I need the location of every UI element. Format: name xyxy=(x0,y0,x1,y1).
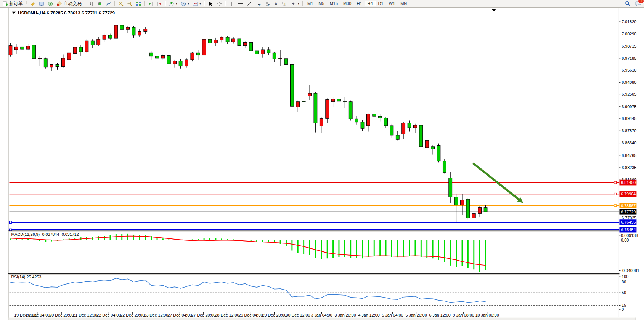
periods-icon xyxy=(181,1,186,6)
candle-body xyxy=(267,50,270,53)
price-tag-text: 6.76496 xyxy=(621,220,636,225)
search-button[interactable] xyxy=(623,0,632,7)
resistance-line-2-handle[interactable] xyxy=(614,193,617,195)
time-axis-label: 9 Jan 08:00 xyxy=(453,313,474,317)
candle-body xyxy=(173,61,177,64)
candle-body xyxy=(120,25,124,29)
crosshair-button[interactable] xyxy=(215,0,223,7)
tab-timeframe-m30[interactable]: M30 xyxy=(340,1,354,6)
indicators-button[interactable]: ▾ xyxy=(167,0,179,7)
candle-body xyxy=(179,61,182,66)
new-order-button[interactable]: 新订单 xyxy=(1,0,24,7)
candle-body xyxy=(249,42,253,51)
candle-body xyxy=(373,114,376,116)
tab-timeframe-m1[interactable]: M1 xyxy=(305,1,316,6)
support-line-blue-1-handle[interactable] xyxy=(10,221,12,224)
announcement-icon xyxy=(30,1,35,6)
tile-windows-button[interactable] xyxy=(134,0,143,7)
templates-button[interactable]: ▾ xyxy=(191,0,202,7)
price-axis-label: 6.92505 xyxy=(622,92,636,96)
candle-body xyxy=(56,64,59,66)
periods-button[interactable]: ▾ xyxy=(179,0,191,7)
candle-body xyxy=(214,40,217,43)
navigator-button[interactable] xyxy=(46,0,55,7)
candle-body xyxy=(109,35,112,38)
resistance-line-1-handle[interactable] xyxy=(614,181,617,184)
candlestick-chart-button[interactable] xyxy=(96,0,104,7)
candle-body xyxy=(138,31,141,35)
text-label-icon: T xyxy=(282,1,287,6)
horizontal-line-button[interactable] xyxy=(236,0,244,7)
candle-body xyxy=(384,118,388,126)
candle-body xyxy=(454,197,458,205)
candle-body xyxy=(478,208,482,214)
tab-timeframe-m15[interactable]: M15 xyxy=(327,1,340,6)
tab-timeframe-m5[interactable]: M5 xyxy=(316,1,327,6)
bar-chart-button[interactable] xyxy=(87,0,95,7)
channel-icon: E xyxy=(255,1,261,6)
tab-timeframe-mn[interactable]: MN xyxy=(398,1,410,6)
channel-button[interactable]: E xyxy=(254,0,262,7)
tab-timeframe-h1[interactable]: H1 xyxy=(354,1,365,6)
candle-body xyxy=(208,39,212,43)
price-axis-label: 7.01820 xyxy=(622,19,636,24)
toolbar-separator xyxy=(204,1,205,6)
text-icon: A xyxy=(273,1,279,6)
timeframe-bar: M1M5M15M30H1H4D1W1MN xyxy=(305,1,410,6)
candle-body xyxy=(14,47,18,50)
fibonacci-button[interactable]: F xyxy=(263,0,271,7)
chevron-down-icon: ▾ xyxy=(176,2,177,5)
shift-chart-button[interactable] xyxy=(146,0,155,7)
zoom-in-button[interactable] xyxy=(117,0,125,7)
macd-axis-label: 0.009138 xyxy=(621,233,638,238)
vertical-line-button[interactable] xyxy=(227,0,236,7)
candle-body xyxy=(79,47,83,52)
tab-timeframe-d1[interactable]: D1 xyxy=(376,1,386,6)
price-axis[interactable]: 7.018207.002906.987156.971856.956106.940… xyxy=(619,8,639,318)
arrows-button[interactable]: ▾ xyxy=(289,0,301,7)
candle-body xyxy=(284,59,288,65)
autotrade-button[interactable]: 自动交易 xyxy=(55,0,83,7)
tab-timeframe-w1[interactable]: W1 xyxy=(386,1,398,6)
text-label-button[interactable]: T xyxy=(281,0,289,7)
macd-label: MACD(12,26,9) -0.037844 -0.031712 xyxy=(11,232,79,237)
candle-body xyxy=(320,118,323,126)
cursor-button[interactable] xyxy=(206,0,215,7)
market-watch-button[interactable] xyxy=(37,0,46,7)
line-chart-button[interactable] xyxy=(104,0,113,7)
zoom-out-button[interactable] xyxy=(125,0,134,7)
candle-body xyxy=(97,39,100,45)
toolbar-grip xyxy=(26,1,27,6)
time-axis-label: 3 Jan 20:00 xyxy=(334,313,356,317)
candle-body xyxy=(408,123,411,128)
time-axis-label: 22 Dec 20:00 xyxy=(120,313,145,317)
chevron-down-icon: ▾ xyxy=(199,2,201,5)
trendline-button[interactable] xyxy=(245,0,253,7)
time-axis-label: 27 Dec 04:00 xyxy=(167,313,192,317)
support-line-blue-2-handle[interactable] xyxy=(10,229,12,231)
candle-body xyxy=(437,146,440,161)
bar-chart-icon xyxy=(88,1,94,6)
indicators-icon xyxy=(169,1,174,6)
new-order-icon xyxy=(3,1,8,6)
announcement-button[interactable] xyxy=(29,0,37,7)
price-axis-label: 6.86340 xyxy=(622,141,636,145)
chart-canvas[interactable]: USDCNH-,H4 6.78285 6.78613 6.77711 6.777… xyxy=(0,8,644,328)
text-button[interactable]: A xyxy=(272,0,280,7)
candle-body xyxy=(196,53,200,55)
auto-scroll-button[interactable] xyxy=(155,0,164,7)
trendline-icon xyxy=(246,1,252,6)
notifications-button[interactable]: 1 xyxy=(634,0,643,7)
line-chart-icon xyxy=(106,1,111,6)
price-tag-text: 6.79964 xyxy=(621,192,636,196)
support-line-orange-handle[interactable] xyxy=(614,205,617,207)
candle-body xyxy=(273,53,276,59)
candle-body xyxy=(472,213,475,218)
cursor-icon xyxy=(208,1,213,6)
time-axis-label: 6 Jan 12:00 xyxy=(429,313,451,317)
tab-timeframe-h4[interactable]: H4 xyxy=(365,1,376,6)
candle-body xyxy=(343,101,347,101)
arrows-icon xyxy=(291,1,296,6)
price-tag-text: 6.78567 xyxy=(621,203,636,208)
candle-body xyxy=(161,56,165,58)
